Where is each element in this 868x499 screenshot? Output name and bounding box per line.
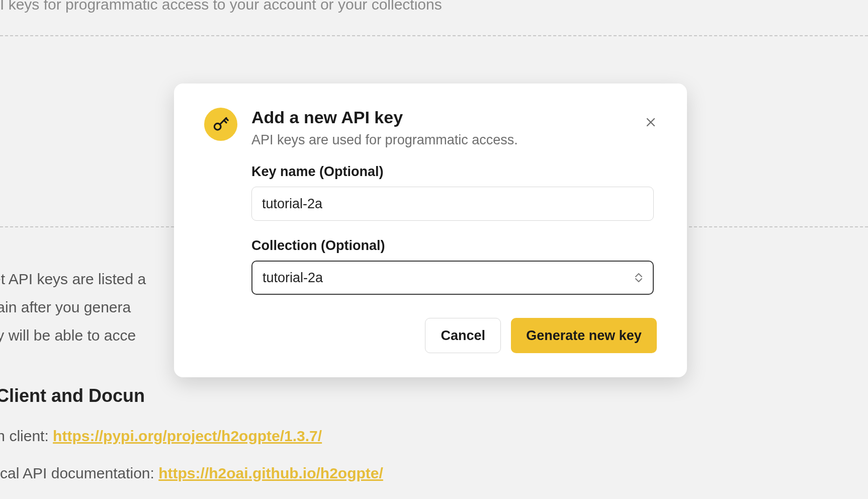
client-link[interactable]: https://pypi.org/project/h2ogpte/1.3.7/ (53, 428, 322, 444)
key-name-input[interactable] (251, 187, 654, 221)
docs-label: nnical API documentation: (0, 465, 158, 481)
collection-selected-value: tutorial-2a (263, 270, 323, 286)
section-heading: n Client and Docun (0, 385, 145, 406)
generate-key-button[interactable]: Generate new key (511, 318, 657, 353)
modal-form: Key name (Optional) Collection (Optional… (251, 164, 657, 353)
key-icon (204, 108, 237, 141)
select-chevrons-icon (635, 273, 643, 283)
collection-label: Collection (Optional) (251, 238, 657, 254)
docs-line: nnical API documentation: https://h2oai.… (0, 465, 383, 482)
close-icon (645, 116, 657, 130)
modal-actions: Cancel Generate new key (251, 318, 657, 353)
bg-text-line: again after you genera (0, 293, 146, 321)
modal-subtitle: API keys are used for programmatic acces… (251, 132, 657, 148)
svg-line-3 (226, 118, 228, 120)
cancel-button[interactable]: Cancel (425, 318, 501, 353)
close-button[interactable] (641, 113, 661, 133)
modal-title: Add a new API key (251, 108, 657, 127)
bg-text-line: cret API keys are listed a (0, 265, 146, 293)
page-root: API keys for programmatic access to your… (0, 0, 868, 499)
docs-link[interactable]: https://h2oai.github.io/h2ogpte/ (158, 465, 383, 481)
client-label: non client: (0, 428, 53, 444)
client-line: non client: https://pypi.org/project/h2o… (0, 428, 322, 445)
bg-text-line: hey will be able to acce (0, 321, 146, 350)
add-api-key-modal: Add a new API key API keys are used for … (174, 84, 687, 377)
collection-select[interactable]: tutorial-2a (251, 261, 654, 295)
background-paragraph: cret API keys are listed a again after y… (0, 265, 146, 350)
modal-title-block: Add a new API key API keys are used for … (251, 108, 657, 148)
divider (0, 35, 868, 36)
svg-line-2 (224, 120, 226, 123)
modal-header: Add a new API key API keys are used for … (204, 108, 657, 148)
page-subtitle: API keys for programmatic access to your… (0, 0, 442, 13)
key-name-label: Key name (Optional) (251, 164, 657, 180)
